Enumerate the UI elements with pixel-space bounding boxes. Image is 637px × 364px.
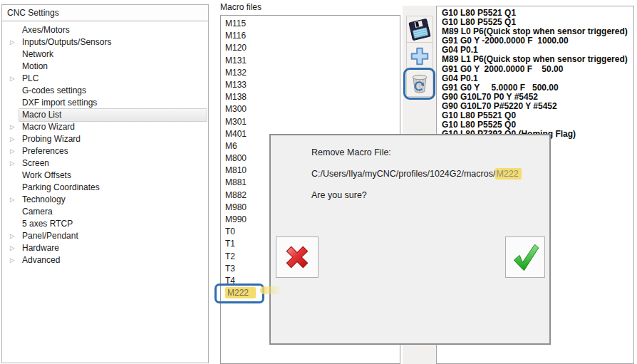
sidebar-item-label: Work Offsets: [22, 170, 71, 182]
sidebar-item-work-offsets[interactable]: Work Offsets: [2, 170, 208, 182]
sidebar-item-label: Parking Coordinates: [22, 182, 100, 194]
cancel-x-icon: [281, 241, 314, 274]
save-macro-button[interactable]: [406, 16, 433, 43]
sidebar-item-probing-wizard[interactable]: ▷Probing Wizard: [2, 133, 208, 145]
chevron-right-icon[interactable]: ▷: [10, 230, 19, 242]
sidebar-item-advanced[interactable]: ▷Advanced: [2, 254, 208, 266]
chevron-right-icon[interactable]: ▷: [10, 254, 19, 266]
sidebar-item-hardware[interactable]: ▷Hardware: [2, 242, 208, 254]
sidebar-item-preferences[interactable]: ▷Preferences: [2, 145, 208, 157]
sidebar-item-inputs-outputs-sensors[interactable]: ▷Inputs/Outputs/Sensors: [2, 36, 208, 48]
gcode-line: G04 P0.1: [442, 74, 633, 83]
dialog-question: Are you sure?: [311, 190, 367, 200]
sidebar-item-5-axes-rtcp[interactable]: 5 axes RTCP: [2, 218, 208, 230]
dialog-file-path: C:/Users/Ilya/myCNC/profiles/1024G2/macr…: [311, 169, 522, 179]
gcode-line: G90 G10L70 P0 Y #5452: [442, 93, 633, 102]
plus-icon: [409, 46, 430, 67]
chevron-right-icon[interactable]: ▷: [10, 242, 19, 254]
chevron-right-icon[interactable]: ▷: [10, 36, 19, 48]
macro-list-item[interactable]: M131: [221, 55, 400, 67]
macro-list-item[interactable]: M133: [221, 79, 400, 91]
path-prefix: C:/Users/Ilya/myCNC/profiles/1024G2/macr…: [311, 169, 495, 179]
sidebar-item-camera[interactable]: Camera: [2, 206, 208, 218]
gcode-line: G91 G0 Y 5.0000 F 500.00: [442, 83, 633, 93]
dialog-title: Remove Macro File:: [311, 147, 391, 157]
sidebar-item-g-codes-settings[interactable]: G-codes settings: [2, 85, 208, 97]
sidebar-item-label: Hardware: [22, 242, 59, 254]
sidebar-item-label: Inputs/Outputs/Sensors: [22, 36, 111, 48]
sidebar-item-screen[interactable]: ▷Screen: [2, 157, 208, 170]
settings-tree-panel: CNC Settings Axes/Motors▷Inputs/Outputs/…: [1, 4, 209, 363]
confirm-button[interactable]: [505, 236, 545, 278]
remove-macro-dialog: Remove Macro File: C:/Users/Ilya/myCNC/p…: [269, 134, 551, 345]
sidebar-item-label: Axes/Motors: [22, 24, 70, 36]
macro-list-item[interactable]: M300: [221, 103, 400, 115]
macro-list-item[interactable]: M115: [221, 18, 400, 30]
settings-tree-header: CNC Settings: [2, 5, 208, 21]
chevron-right-icon[interactable]: ▷: [10, 121, 19, 133]
sidebar-item-technology[interactable]: ▷Technology: [2, 194, 208, 206]
sidebar-item-macro-wizard[interactable]: ▷Macro Wizard: [2, 121, 208, 133]
sidebar-item-label: Technology: [22, 194, 66, 206]
sidebar-item-label: Macro Wizard: [22, 121, 75, 133]
sidebar-item-axes-motors[interactable]: Axes/Motors: [2, 24, 208, 36]
sidebar-item-label: Motion: [22, 61, 48, 73]
annotation-box-delete-button: [403, 68, 435, 100]
macro-list-item[interactable]: M301: [221, 116, 400, 128]
gcode-line: G91 G0 Y 2000.0000 F 50.00: [442, 65, 633, 74]
sidebar-item-plc[interactable]: ▷PLC: [2, 73, 208, 85]
annotation-highlighter-streak: [260, 286, 281, 294]
macro-list-item[interactable]: M116: [221, 30, 400, 42]
sidebar-item-label: Panel/Pendant: [22, 230, 78, 242]
macro-list-item[interactable]: M138: [221, 91, 400, 103]
add-macro-button[interactable]: [406, 43, 433, 70]
gcode-line: M89 L1 P6(Quick stop when sensor trigger…: [442, 55, 633, 64]
confirm-check-icon: [509, 241, 542, 274]
macro-list-item[interactable]: M132: [221, 67, 400, 79]
cancel-button[interactable]: [276, 236, 318, 278]
sidebar-item-label: Screen: [22, 157, 49, 170]
sidebar-item-network[interactable]: Network: [2, 48, 208, 61]
chevron-right-icon[interactable]: ▷: [10, 157, 19, 170]
sidebar-item-label: Probing Wizard: [22, 133, 81, 145]
macro-files-label: Macro files: [220, 2, 261, 12]
macro-list-item[interactable]: M120: [221, 42, 400, 54]
sidebar-item-macro-list[interactable]: Macro List: [2, 109, 208, 121]
sidebar-item-label: Network: [22, 48, 53, 61]
sidebar-item-label: DXF import settings: [22, 97, 97, 109]
sidebar-item-dxf-import-settings[interactable]: DXF import settings: [2, 97, 208, 109]
sidebar-item-label: Preferences: [22, 145, 68, 157]
sidebar-item-label: Macro List: [22, 109, 61, 121]
sidebar-item-label: Camera: [22, 206, 53, 218]
path-file-highlighted: M222: [495, 168, 521, 180]
sidebar-item-motion[interactable]: Motion: [2, 61, 208, 73]
sidebar-item-panel-pendant[interactable]: ▷Panel/Pendant: [2, 230, 208, 242]
settings-tree: Axes/Motors▷Inputs/Outputs/SensorsNetwor…: [2, 21, 208, 266]
sidebar-item-label: 5 axes RTCP: [22, 218, 73, 230]
sidebar-item-parking-coordinates[interactable]: Parking Coordinates: [2, 182, 208, 194]
sidebar-item-label: G-codes settings: [22, 85, 86, 97]
sidebar-item-label: PLC: [22, 73, 38, 85]
floppy-disk-icon: [406, 16, 433, 42]
chevron-right-icon[interactable]: ▷: [10, 133, 19, 145]
sidebar-item-label: Advanced: [22, 254, 60, 266]
chevron-right-icon[interactable]: ▷: [10, 145, 19, 157]
chevron-right-icon[interactable]: ▷: [10, 73, 19, 85]
annotation-box-m222: [214, 284, 264, 303]
chevron-right-icon[interactable]: ▷: [10, 194, 19, 206]
